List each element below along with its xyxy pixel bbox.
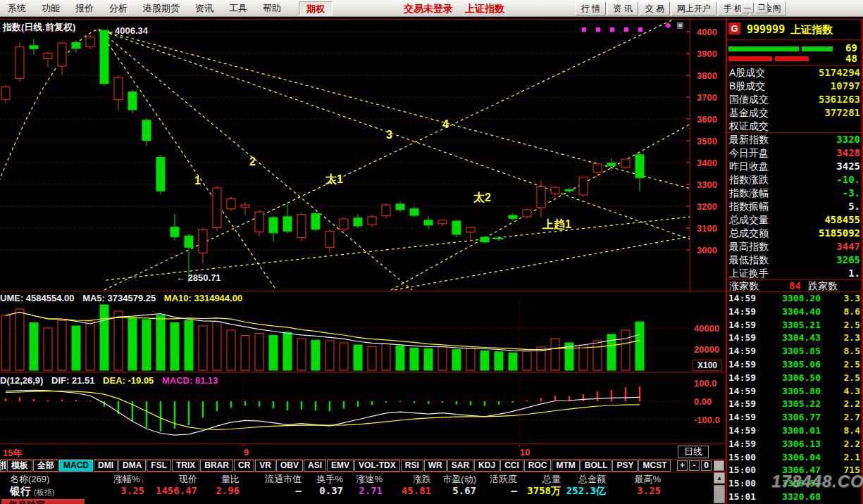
menu-item-0[interactable]: 系统 (0, 3, 34, 13)
tick-row[interactable]: 14:593305.804.3 (727, 386, 862, 398)
topbar-button-3[interactable]: 网上开户 (671, 1, 716, 15)
tick-row[interactable]: 14:593306.772.7 (727, 412, 862, 424)
candle[interactable] (199, 229, 207, 253)
tab-obv[interactable]: OBV (276, 460, 303, 472)
menu-item-4[interactable]: 港股期货 (135, 3, 187, 13)
menu-item-3[interactable]: 分析 (101, 3, 135, 13)
macd-chart[interactable] (0, 374, 690, 443)
tab-emv[interactable]: EMV (327, 460, 354, 472)
candle[interactable] (241, 205, 249, 207)
table-row[interactable]: 银行(板指)3.251456.472.96—0.372.7145.815.67—… (0, 485, 713, 498)
tab-brar[interactable]: BRAR (200, 460, 233, 472)
col-header-9[interactable]: 活跃度 (490, 473, 517, 486)
tab-mtm[interactable]: MTM (552, 460, 579, 472)
candle[interactable] (424, 220, 433, 225)
candle[interactable] (142, 120, 151, 141)
candle[interactable] (269, 218, 278, 233)
tick-row[interactable]: 14:593305.062.5 (727, 359, 862, 372)
col-header-4[interactable]: 流通市值 (265, 473, 302, 486)
candle[interactable] (86, 37, 94, 46)
tick-row[interactable]: 14:593308.203.3 (727, 293, 862, 305)
col-header-7[interactable]: 涨跌 (413, 473, 431, 486)
bottom-partial-tab[interactable]: 每月独家 (1, 499, 85, 504)
tick-row[interactable]: 14:593306.132.2 (727, 439, 862, 451)
period-button[interactable]: 日线 (678, 446, 709, 458)
col-header-1[interactable]: 涨幅%↓ (113, 473, 144, 486)
candle[interactable] (396, 204, 404, 210)
candle[interactable] (635, 155, 644, 178)
tick-row[interactable]: 14:593305.222.2 (727, 398, 862, 411)
menu-item-options[interactable]: 期权 (299, 1, 333, 15)
tick-row[interactable]: 15:003306.042.1 (727, 452, 862, 465)
tab-rsi[interactable]: RSI (401, 460, 423, 472)
candle[interactable] (593, 164, 602, 172)
row-name[interactable]: 银行(板指) (10, 485, 54, 498)
tab-sar[interactable]: SAR (447, 460, 473, 472)
topbar-button-1[interactable]: 资 讯 (607, 1, 638, 15)
col-header-12[interactable]: 最高% (634, 473, 661, 486)
scroll-corner[interactable] (714, 460, 724, 471)
tab-模板[interactable]: 模板 (7, 460, 32, 472)
col-header-11[interactable]: 总金额 (578, 473, 606, 486)
candle[interactable] (410, 209, 418, 215)
candle[interactable] (452, 221, 461, 234)
restore-button[interactable]: ❐ (755, 2, 768, 13)
menu-item-5[interactable]: 资讯 (187, 3, 221, 13)
zoom-out-button[interactable]: - (689, 460, 700, 471)
menu-item-1[interactable]: 功能 (34, 3, 68, 13)
candle[interactable] (325, 231, 334, 247)
tab-roc[interactable]: ROC (524, 460, 552, 472)
tab-clipped[interactable]: 指 (0, 460, 6, 472)
candle[interactable] (466, 227, 475, 232)
scroll-up-arrow[interactable]: ▲ (714, 472, 725, 484)
col-header-0[interactable]: 名称(269) (10, 473, 49, 486)
tab-wr[interactable]: WR (424, 460, 447, 472)
candle[interactable] (438, 220, 447, 224)
candle[interactable] (128, 92, 137, 110)
candle[interactable] (297, 215, 306, 238)
tab-cr[interactable]: CR (234, 460, 254, 472)
col-header-3[interactable]: 量比 (221, 473, 240, 486)
tick-row[interactable]: 14:593304.408.6 (727, 306, 862, 319)
tick-row[interactable]: 14:593305.212.5 (727, 320, 862, 332)
candle[interactable] (227, 199, 235, 208)
topbar-button-0[interactable]: 行 情 (576, 1, 606, 15)
candle[interactable] (114, 77, 123, 100)
candle[interactable] (283, 217, 292, 231)
tick-row[interactable]: 14:593304.432.3 (727, 332, 862, 345)
candle[interactable] (100, 30, 108, 84)
tab-dmi[interactable]: DMI (94, 460, 118, 472)
candle[interactable] (170, 227, 179, 237)
scrollbar-thumb[interactable] (714, 485, 725, 503)
reset-button[interactable]: 0 (701, 460, 712, 471)
candle[interactable] (523, 210, 531, 217)
trade-login-status[interactable]: 交易未登录 (404, 3, 453, 15)
tab-asi[interactable]: ASI (304, 460, 326, 472)
tab-cci[interactable]: CCI (500, 460, 523, 472)
tick-row[interactable]: 14:593308.018.4 (727, 425, 862, 438)
tick-row[interactable]: 14:593306.502.5 (727, 372, 862, 385)
col-header-8[interactable]: 市盈(动) (442, 473, 476, 486)
tab-psy[interactable]: PSY (612, 460, 638, 472)
candle[interactable] (382, 205, 390, 216)
candle[interactable] (368, 217, 376, 225)
tab-trix[interactable]: TRIX (172, 460, 199, 472)
tick-row[interactable]: 15:013320.68 (727, 491, 862, 504)
col-header-2[interactable]: 现价 (179, 473, 197, 486)
candle[interactable] (156, 158, 165, 191)
trend-line[interactable] (106, 217, 690, 280)
candle[interactable] (185, 236, 193, 247)
candle[interactable] (354, 218, 362, 226)
candle[interactable] (1, 87, 10, 99)
tab-vol-tdx[interactable]: VOL-TDX (354, 460, 400, 472)
candle[interactable] (551, 187, 559, 194)
candle[interactable] (30, 46, 38, 49)
candle[interactable] (607, 163, 616, 166)
menu-item-2[interactable]: 报价 (68, 3, 101, 13)
candle[interactable] (72, 43, 80, 49)
trend-line[interactable] (99, 30, 690, 239)
tick-row[interactable]: 14:593305.858.5 (727, 346, 862, 358)
candle[interactable] (495, 238, 503, 239)
tab-fsl[interactable]: FSL (147, 460, 171, 472)
candle[interactable] (340, 219, 348, 229)
